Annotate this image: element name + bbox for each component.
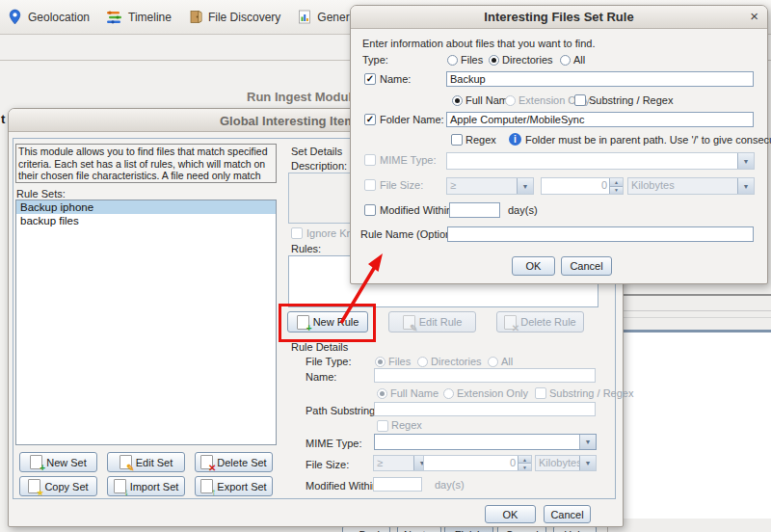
type-files-radio[interactable] [447,55,458,66]
substring-regex-checkbox[interactable] [535,387,546,399]
file-type-label: File Type: [306,356,352,367]
mime-combo-value [375,435,579,449]
report-chart-icon [297,9,312,25]
geolocation-button[interactable]: Geolocation [5,9,92,25]
rule-name-field[interactable] [374,368,596,383]
new-set-label: New Set [46,457,87,468]
ignore-known-checkbox[interactable] [291,227,303,239]
size-unit-combo[interactable]: Kilobytes ▼ [627,177,755,195]
mime-checkbox[interactable] [364,154,376,166]
file-discovery-button[interactable]: File Discovery [186,9,282,25]
type-directories-label: Directories [502,54,553,66]
global-cancel-button[interactable]: Cancel [544,505,591,523]
all-radio-label: All [501,356,513,367]
chevron-down-icon[interactable]: ▼ [737,153,754,169]
type-directories-radio[interactable] [489,55,499,66]
size-operator-combo[interactable]: ≥ ▼ [373,455,431,471]
size-value: 0 [424,456,518,470]
mime-label: MIME Type: [380,154,436,166]
chevron-down-icon[interactable]: ▼ [579,456,596,470]
mime-combo[interactable]: ▼ [446,152,755,170]
name-label: Name: [380,73,411,85]
size-operator-value: ≥ [374,456,413,470]
rule-cancel-button[interactable]: Cancel [561,256,612,276]
extension-only-radio[interactable] [443,388,454,399]
spin-up-icon[interactable]: ▲ [610,178,623,187]
name-input[interactable]: Backup [446,71,754,87]
file-size-checkbox[interactable] [364,179,376,191]
edit-rule-button[interactable]: ✎ Edit Rule [388,311,476,332]
spin-down-icon[interactable]: ▼ [518,464,531,470]
interesting-files-set-rule-dialog: Interesting Files Set Rule × Enter infor… [350,5,768,284]
spin-up-icon[interactable]: ▲ [518,456,531,464]
extension-only-radio[interactable] [505,95,516,106]
delete-set-button[interactable]: ✕ Delete Set [195,452,273,472]
size-unit-value: Kilobytes [628,178,737,194]
all-radio[interactable] [488,357,498,367]
ingest-white-area [609,332,771,519]
export-set-button[interactable]: ↑ Export Set [195,476,273,496]
files-radio[interactable] [375,357,386,367]
modified-within-label: Modified Within: [380,204,455,216]
delete-rule-button[interactable]: ✕ Delete Rule [496,311,584,332]
rule-details-header: Rule Details [291,341,348,353]
folder-name-checkbox[interactable]: ✓ [364,114,376,125]
new-set-button[interactable]: + New Set [19,452,97,472]
folder-regex-label: Regex [465,134,496,146]
export-set-icon: ↑ [200,479,213,493]
info-icon: i [509,133,521,146]
spinner-buttons[interactable]: ▲ ▼ [609,178,623,194]
rule-sets-list[interactable]: Backup iphone backup files [15,200,277,445]
delete-set-icon: ✕ [200,455,213,469]
rule-set-item-selected[interactable]: Backup iphone [16,200,276,214]
size-value-spinner[interactable]: 0 ▲ ▼ [423,455,532,471]
chevron-down-icon[interactable]: ▼ [579,435,596,449]
close-icon[interactable]: × [750,8,758,24]
directories-radio[interactable] [417,357,428,367]
path-regex-checkbox[interactable] [377,420,388,432]
ingest-right-panel [607,282,771,532]
full-name-radio[interactable] [377,388,387,399]
name-checkbox[interactable]: ✓ [364,73,376,85]
type-files-label: Files [461,54,483,66]
star-icon: ★ [37,490,43,497]
rule-set-item[interactable]: backup files [16,214,276,227]
size-value-spinner[interactable]: 0 ▲ ▼ [541,177,624,195]
spin-down-icon[interactable]: ▼ [610,187,623,195]
import-set-button[interactable]: ↓ Import Set [107,476,185,496]
type-all-radio[interactable] [560,55,571,66]
mime-type-combo[interactable]: ▼ [374,434,597,450]
chevron-down-icon[interactable]: ▼ [737,178,754,194]
modified-within-checkbox[interactable] [364,204,376,216]
folder-name-input[interactable]: Apple Computer/MobileSync [446,112,754,127]
copy-set-button[interactable]: ★ Copy Set [19,476,97,496]
full-name-radio[interactable] [452,95,463,106]
delete-rule-label: Delete Rule [520,316,575,328]
annotation-arrow [328,244,395,332]
rule-name-input[interactable] [447,226,754,242]
type-label: Type: [362,54,388,66]
edit-set-button[interactable]: ✎ Edit Set [107,452,185,472]
check-icon: ✓ [366,74,374,84]
folder-regex-checkbox[interactable] [451,134,463,146]
folder-hint: Folder must be in parent path. Use '/' t… [525,134,771,146]
new-set-icon: + [30,455,42,469]
background-text-fragment: t [1,112,5,126]
size-operator-combo[interactable]: ≥ ▼ [446,177,534,195]
timeline-button[interactable]: Timeline [104,10,173,25]
copy-set-label: Copy Set [44,481,88,492]
file-discovery-label: File Discovery [208,11,280,24]
rule-ok-button[interactable]: OK [512,256,555,276]
size-unit-combo[interactable]: Kilobytes ▼ [535,455,597,471]
size-value: 0 [542,178,609,194]
file-size-label: File Size: [380,179,423,191]
substring-regex-checkbox[interactable] [574,94,586,106]
global-ok-button[interactable]: OK [485,505,536,523]
edit-set-label: Edit Set [136,457,173,468]
modified-within-input[interactable] [449,202,500,218]
chevron-down-icon[interactable]: ▼ [517,178,533,194]
modified-within-field[interactable] [373,477,422,492]
path-substring-field[interactable] [374,402,596,416]
spinner-buttons[interactable]: ▲ ▼ [518,456,531,470]
timeline-label: Timeline [128,11,172,24]
